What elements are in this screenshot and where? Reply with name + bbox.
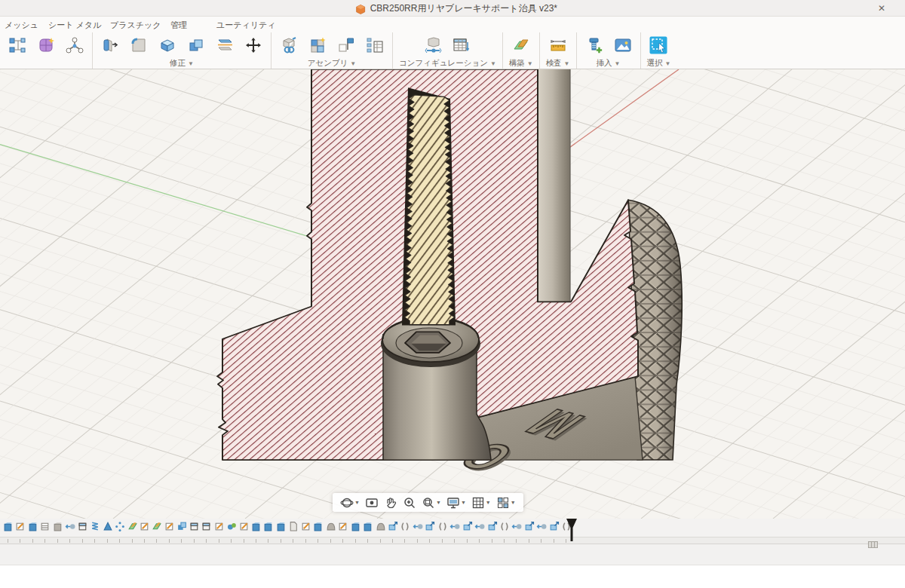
- timeline-feature-dome-icon[interactable]: [326, 521, 336, 531]
- status-strip: [0, 544, 905, 565]
- timeline-feature-sketch-icon[interactable]: [15, 521, 26, 531]
- timeline-feature-balls-icon[interactable]: [226, 521, 237, 531]
- toolbar-group-label[interactable]: 挿入 ▼: [597, 58, 621, 69]
- timeline-feature-sketch-icon[interactable]: [301, 521, 311, 531]
- toolbar-group-label[interactable]: 選択 ▼: [647, 58, 671, 69]
- timeline-feature-cube-icon[interactable]: [251, 521, 262, 531]
- combine-icon[interactable]: [185, 34, 207, 57]
- timeline-feature-mirror-icon[interactable]: [437, 521, 448, 531]
- timeline-feature-export-icon[interactable]: [549, 521, 560, 531]
- timeline-feature-rollback-icon[interactable]: [449, 521, 460, 531]
- config-table-icon[interactable]: [450, 34, 473, 57]
- timeline-feature-box-icon[interactable]: [201, 521, 212, 531]
- timeline-feature-export-icon[interactable]: [462, 521, 473, 531]
- mesh-branch-icon[interactable]: [63, 34, 86, 57]
- select-icon[interactable]: [647, 34, 670, 57]
- grid-display-icon[interactable]: ▼: [470, 493, 492, 512]
- joint-flag-icon[interactable]: [335, 34, 357, 57]
- tab-1[interactable]: メッシュ: [5, 20, 38, 31]
- timeline-tick: [8, 539, 8, 543]
- mesh-create-icon[interactable]: [35, 34, 57, 57]
- timeline-feature-spring-icon[interactable]: [90, 521, 100, 531]
- toolbar-group-label[interactable]: アセンブリ ▼: [308, 58, 357, 69]
- joint-link-icon[interactable]: [278, 34, 300, 57]
- timeline-feature-rollback-icon[interactable]: [413, 521, 423, 531]
- config-slider-icon[interactable]: [422, 34, 444, 57]
- toolbar-group-label[interactable]: 修正 ▼: [170, 58, 194, 69]
- timeline-feature-graycube-icon[interactable]: [53, 521, 63, 531]
- timeline-feature-cube-icon[interactable]: [351, 521, 361, 531]
- timeline-track[interactable]: [0, 537, 905, 544]
- tab-3[interactable]: プラスチック: [110, 20, 161, 31]
- timeline-feature-cube-icon[interactable]: [276, 521, 287, 531]
- model-viewport[interactable]: M M O O: [0, 69, 905, 519]
- toolbar-group-修正: 修正 ▼: [93, 32, 272, 69]
- toolbar-group-label[interactable]: コンフィギュレーション ▼: [399, 58, 496, 69]
- timeline-feature-rollback-icon[interactable]: [536, 521, 547, 531]
- construct-plane-icon[interactable]: [510, 34, 532, 57]
- timeline-feature-sketch-icon[interactable]: [164, 521, 175, 531]
- timeline-feature-sketch-icon[interactable]: [140, 521, 150, 531]
- timeline-feature-plane-icon[interactable]: [127, 521, 138, 531]
- timeline-feature-rollback-icon[interactable]: [65, 521, 75, 531]
- timeline-feature-sketch-icon[interactable]: [239, 521, 250, 531]
- hierarchy-icon[interactable]: [364, 34, 386, 57]
- insert-image-icon[interactable]: [612, 34, 634, 57]
- fillet-icon[interactable]: [127, 34, 150, 57]
- timeline-feature-mirror-icon[interactable]: [499, 521, 510, 531]
- timeline-feature-cone-icon[interactable]: [103, 521, 113, 531]
- timeline-options-icon[interactable]: [868, 537, 878, 544]
- measure-icon[interactable]: [547, 34, 569, 57]
- timeline-feature-export-icon[interactable]: [388, 521, 398, 531]
- timeline-tick: [355, 539, 356, 543]
- toolbar-group-mesh: [0, 32, 93, 69]
- timeline-feature-cube-icon[interactable]: [3, 521, 14, 531]
- split-icon[interactable]: [213, 34, 236, 57]
- tab-2[interactable]: シート メタル: [48, 20, 101, 31]
- timeline-tick: [342, 539, 343, 543]
- press-pull-icon[interactable]: [99, 34, 121, 57]
- toolbar-group-label[interactable]: 検査 ▼: [546, 58, 570, 69]
- timeline-feature-export-icon[interactable]: [487, 521, 498, 531]
- tab-4[interactable]: 管理: [170, 20, 187, 31]
- timeline-feature-hatch-icon[interactable]: [40, 521, 51, 531]
- pan-icon[interactable]: [382, 493, 399, 512]
- mesh-nodes-icon[interactable]: [6, 34, 29, 57]
- timeline-feature-cube-icon[interactable]: [263, 521, 274, 531]
- timeline-feature-pattern-icon[interactable]: [115, 521, 125, 531]
- move-icon[interactable]: [242, 34, 265, 57]
- tab-5[interactable]: ユーティリティ: [216, 20, 276, 31]
- timeline-feature-plane-icon[interactable]: [152, 521, 162, 531]
- timeline-feature-rollback-icon[interactable]: [474, 521, 485, 531]
- timeline-feature-cube-icon[interactable]: [28, 521, 38, 531]
- fit-icon[interactable]: ▼: [420, 493, 443, 512]
- insert-bolt-icon[interactable]: [583, 34, 606, 57]
- orbit-icon[interactable]: ▼: [339, 493, 361, 512]
- timeline-feature-sketch-icon[interactable]: [214, 521, 225, 531]
- timeline-feature-cube-icon[interactable]: [363, 521, 373, 531]
- close-icon[interactable]: ✕: [875, 2, 888, 15]
- timeline-tick: [330, 539, 331, 543]
- shell-icon[interactable]: [156, 34, 179, 57]
- look-at-icon[interactable]: [364, 493, 380, 512]
- timeline-feature-sketch-icon[interactable]: [338, 521, 348, 531]
- timeline-feature-mirror-icon[interactable]: [400, 521, 410, 531]
- timeline-feature-export-icon[interactable]: [524, 521, 535, 531]
- timeline-feature-dome-icon[interactable]: [376, 521, 386, 531]
- timeline-tick: [206, 539, 207, 543]
- timeline-tick: [119, 539, 120, 543]
- timeline-feature-cube-icon[interactable]: [313, 521, 324, 531]
- timeline-playhead[interactable]: [566, 519, 578, 544]
- timeline-feature-combine-icon[interactable]: [176, 521, 187, 531]
- new-component-icon[interactable]: [306, 34, 329, 57]
- timeline-feature-export-icon[interactable]: [425, 521, 435, 531]
- timeline-feature-box-icon[interactable]: [78, 521, 88, 531]
- timeline-feature-rollback-icon[interactable]: [511, 521, 522, 531]
- timeline-feature-doc-icon[interactable]: [288, 521, 299, 531]
- display-settings-icon[interactable]: ▼: [445, 493, 468, 512]
- zoom-icon[interactable]: [401, 493, 418, 512]
- timeline-feature-box-icon[interactable]: [189, 521, 200, 531]
- toolbar-group-label[interactable]: 構築 ▼: [509, 58, 533, 69]
- timeline-tick: [194, 539, 195, 543]
- viewports-icon[interactable]: ▼: [495, 493, 517, 512]
